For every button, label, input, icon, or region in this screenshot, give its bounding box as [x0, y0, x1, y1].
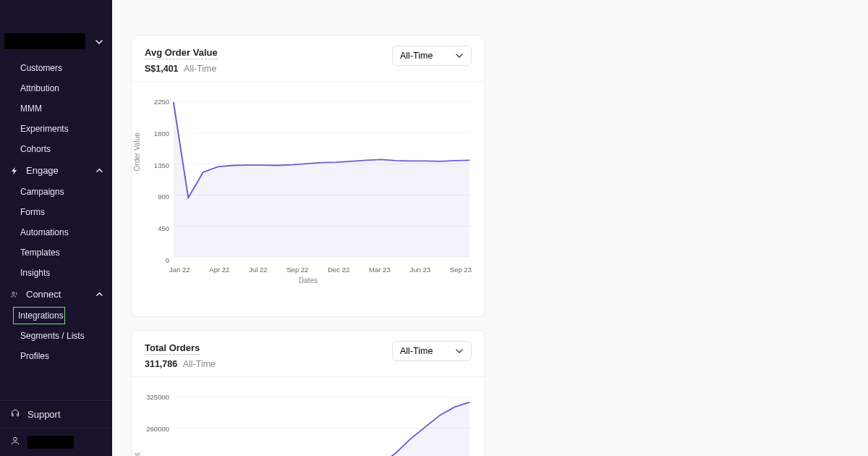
- support-label: Support: [27, 409, 61, 420]
- y-axis-label: Orders: [133, 452, 141, 456]
- y-ticks: 325000260000195000130000650000: [145, 393, 169, 456]
- chevron-up-icon: [95, 290, 103, 298]
- user-icon: [10, 436, 20, 449]
- y-axis-label: Order Value: [133, 132, 141, 171]
- chevron-down-icon: [455, 51, 464, 60]
- sidebar-section-engage[interactable]: Engage: [0, 159, 112, 182]
- time-range-dropdown[interactable]: All-Time: [392, 46, 472, 66]
- dropdown-value: All-Time: [400, 51, 433, 61]
- chart-avg-order: Order Value 2250180013509004500 Jan 22Ap…: [132, 82, 485, 299]
- sidebar: Customers Attribution MMM Experiments Co…: [0, 0, 112, 456]
- svg-point-0: [12, 292, 14, 294]
- chart-total-orders: Orders 325000260000195000130000650000 Ja…: [132, 377, 485, 456]
- dropdown-value: All-Time: [400, 346, 433, 356]
- sidebar-nav: Customers Attribution MMM Experiments Co…: [0, 58, 112, 366]
- sidebar-item-attribution[interactable]: Attribution: [0, 78, 112, 98]
- people-icon: [9, 290, 20, 299]
- sidebar-item-templates[interactable]: Templates: [0, 242, 112, 263]
- user-name-redacted: [27, 436, 74, 449]
- sidebar-item-customers[interactable]: Customers: [0, 58, 112, 78]
- sidebar-user[interactable]: [0, 428, 112, 456]
- svg-point-1: [14, 437, 17, 441]
- headset-icon: [10, 408, 20, 421]
- connect-label: Connect: [26, 289, 90, 300]
- card-title: Avg Order Value: [145, 47, 218, 59]
- sidebar-item-automations[interactable]: Automations: [0, 222, 112, 242]
- card-avg-order-value: Avg Order Value S$1,401 All-Time All-Tim…: [131, 35, 485, 317]
- card-total-orders: Total Orders 311,786 All-Time All-Time O…: [131, 330, 485, 456]
- time-range-dropdown[interactable]: All-Time: [392, 341, 472, 361]
- sidebar-item-cohorts[interactable]: Cohorts: [0, 139, 112, 159]
- brand-chevron-icon[interactable]: [95, 38, 103, 46]
- bolt-icon: [9, 166, 20, 175]
- sidebar-item-integrations[interactable]: Integrations: [13, 307, 65, 324]
- sidebar-item-mmm[interactable]: MMM: [0, 98, 112, 119]
- metric-value: S$1,401: [145, 64, 179, 74]
- sidebar-item-experiments[interactable]: Experiments: [0, 119, 112, 139]
- metric-period: All-Time: [184, 64, 216, 74]
- sidebar-item-forms[interactable]: Forms: [0, 202, 112, 222]
- chart-svg: [142, 98, 475, 264]
- sidebar-item-insights[interactable]: Insights: [0, 263, 112, 283]
- x-ticks: Jan 22Apr 22Jul 22Sep 22Dec 22Mar 23Jun …: [142, 264, 475, 274]
- sidebar-item-segments-lists[interactable]: Segments / Lists: [0, 326, 112, 346]
- sidebar-section-connect[interactable]: Connect: [0, 283, 112, 305]
- x-axis-label: Dates: [142, 276, 475, 284]
- main-content: Avg Order Value S$1,401 All-Time All-Tim…: [112, 0, 868, 456]
- metric-value: 311,786: [145, 359, 177, 369]
- chart-svg: [142, 393, 475, 456]
- chevron-down-icon: [455, 347, 464, 355]
- sidebar-item-campaigns[interactable]: Campaigns: [0, 182, 112, 202]
- card-title: Total Orders: [145, 342, 200, 355]
- y-ticks: 2250180013509004500: [145, 98, 169, 264]
- chevron-up-icon: [95, 166, 103, 174]
- engage-label: Engage: [26, 165, 90, 176]
- sidebar-support[interactable]: Support: [0, 400, 112, 428]
- metric-period: All-Time: [183, 359, 216, 369]
- brand-logo[interactable]: [4, 33, 85, 49]
- sidebar-item-profiles[interactable]: Profiles: [0, 346, 112, 366]
